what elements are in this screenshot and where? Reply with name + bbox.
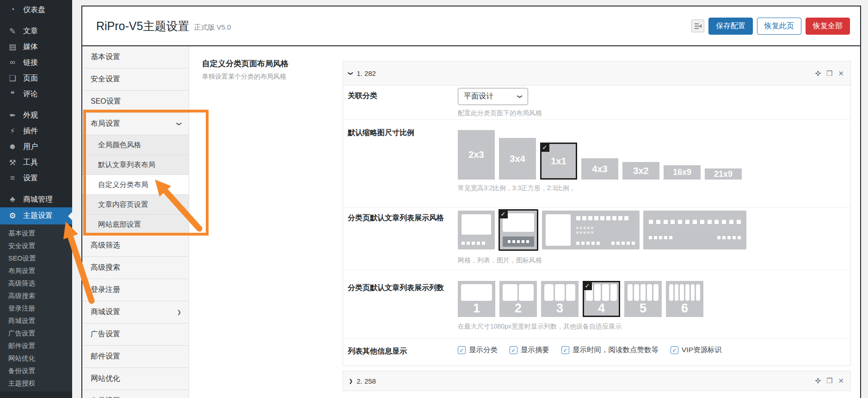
column-count-option-1[interactable]: 1 (458, 281, 495, 317)
thumb-ratio-option-2x3[interactable]: 2x3 (458, 130, 495, 180)
column-preview-rects (669, 284, 700, 301)
thumb-ratio-option-16x9[interactable]: 16x9 (664, 165, 701, 180)
sidebar-subitem-网站优化[interactable]: 网站优化 (0, 352, 72, 365)
ratio-label: 3x4 (510, 154, 525, 164)
sidebar-item-媒体[interactable]: ▤媒体 (0, 39, 72, 55)
sidebar-subitem-SEO设置[interactable]: SEO设置 (0, 252, 72, 265)
tab-高级搜索[interactable]: 高级搜索 (82, 257, 189, 279)
column-count-option-6[interactable]: 6 (666, 281, 703, 317)
close-icon[interactable]: ✕ (838, 377, 844, 385)
sidebar-item-主题设置[interactable]: ⚙主题设置 (0, 207, 72, 224)
tab-登录注册[interactable]: 登录注册 (82, 279, 189, 301)
sidebar-item-label: 用户 (23, 142, 38, 152)
field-help: 配置此分类页面下的布局风格 (458, 109, 844, 118)
duplicate-icon[interactable]: ❐ (826, 69, 832, 78)
sidebar-item-label: 仪表盘 (23, 5, 45, 15)
thumb-ratio-option-4x3[interactable]: 4x3 (581, 158, 618, 180)
tab-subitem-自定义分类布局[interactable]: 自定义分类布局 (82, 175, 189, 195)
sidebar-subitem-邮件设置[interactable]: 邮件设置 (0, 340, 72, 352)
menu-separator (0, 186, 72, 192)
sidebar-subitem-高级搜索[interactable]: 高级搜索 (0, 290, 72, 302)
sidebar-subitem-登录注册[interactable]: 登录注册 (0, 302, 72, 315)
sidebar-subitem-商城设置[interactable]: 商城设置 (0, 315, 72, 327)
related-category-select[interactable]: 平面设计 ❯ (458, 88, 528, 105)
field-label: 关联分类 (348, 86, 458, 119)
move-icon[interactable]: ✜ (815, 69, 821, 78)
tab-subitem-默认文章列表布局[interactable]: 默认文章列表布局 (82, 155, 189, 175)
sidebar-item-评论[interactable]: ❝评论 (0, 86, 72, 102)
sidebar-item-用户[interactable]: ☻用户 (0, 139, 72, 155)
sidebar-subitem-基本设置[interactable]: 基本设置 (0, 227, 72, 240)
sidebar-item-文章[interactable]: ✎文章 (0, 23, 72, 39)
sidebar-subitem-主题授权[interactable]: 主题授权 (0, 377, 72, 390)
thumb-ratio-option-3x2[interactable]: 3x2 (622, 162, 659, 180)
sidebar-item-链接[interactable]: ∞链接 (0, 55, 72, 70)
settings-icon: ≡ (6, 174, 18, 183)
panel-1-toggle[interactable]: ❯ 1. 282 (349, 69, 376, 77)
checkbox-显示摘要[interactable]: ✓显示摘要 (510, 345, 549, 355)
tab-subitem-全局颜色风格[interactable]: 全局颜色风格 (82, 135, 189, 155)
tab-广告设置[interactable]: 广告设置 (82, 323, 189, 346)
move-icon[interactable]: ✜ (815, 377, 821, 385)
tab-安全设置[interactable]: 安全设置 (82, 68, 189, 91)
theme-settings-card: RiPro-V5主题设置 正式版 V5.0 保存配置 恢复此页 恢复全部 基本设… (81, 6, 861, 398)
tab-网站优化[interactable]: 网站优化 (82, 368, 189, 390)
list-style-option-grid[interactable] (458, 211, 495, 249)
thumb-ratio-option-21x9[interactable]: 21x9 (705, 168, 742, 180)
media-icon: ▤ (6, 42, 18, 52)
collapse-sections-icon[interactable] (691, 19, 704, 32)
thumb-ratio-option-1x1[interactable]: ✓1x1 (540, 143, 577, 180)
sidebar-subitem-安全设置[interactable]: 安全设置 (0, 240, 72, 252)
sidebar-item-商城管理[interactable]: ♣商城管理 (0, 192, 72, 207)
chevron-down-icon: ❯ (517, 94, 523, 99)
close-icon[interactable]: ✕ (838, 69, 844, 78)
tab-商城设置[interactable]: 商城设置❯ (82, 301, 189, 323)
sidebar-item-页面[interactable]: ❏页面 (0, 70, 72, 86)
tab-备份设置[interactable]: 备份设置 (82, 390, 189, 398)
duplicate-icon[interactable]: ❐ (826, 377, 832, 385)
sidebar-item-label: 链接 (23, 58, 38, 68)
column-count-number: 3 (544, 301, 575, 316)
list-style-option-list[interactable] (542, 211, 640, 249)
tab-label: 邮件设置 (91, 352, 120, 361)
column-count-option-5[interactable]: 5 (624, 281, 662, 317)
sidebar-item-外观[interactable]: ✒外观 (0, 107, 72, 123)
tab-基本设置[interactable]: 基本设置 (82, 46, 189, 68)
restore-all-button[interactable]: 恢复全部 (806, 18, 850, 35)
tab-subitem-文章内容页设置[interactable]: 文章内容页设置 (82, 195, 189, 215)
checkbox-显示分类[interactable]: ✓显示分类 (458, 345, 498, 355)
column-count-option-4[interactable]: ✓4 (583, 281, 620, 317)
checkbox-check-icon: ✓ (561, 346, 569, 354)
column-count-option-3[interactable]: 3 (541, 281, 579, 317)
tab-邮件设置[interactable]: 邮件设置 (82, 346, 189, 368)
sidebar-item-工具[interactable]: ⚒工具 (0, 155, 72, 170)
thumb-ratio-option-3x4[interactable]: 3x4 (499, 138, 536, 180)
field-help: 在最大尺寸1080px宽度时显示列数，其他设备自适应展示 (458, 323, 844, 331)
tab-label: 登录注册 (91, 285, 120, 295)
section-info: 自定义分类页面布局风格 单独设置某个分类的布局风格 (202, 58, 343, 398)
sidebar-subitem-布局设置[interactable]: 布局设置 (0, 265, 72, 277)
list-style-option-grid-footer[interactable]: ✓ (499, 209, 538, 251)
thumb-ratio-options: 2x33x4✓1x14x33x216x921x9 (458, 130, 844, 180)
pages-icon: ❏ (6, 74, 18, 83)
checkbox-VIP资源标识[interactable]: ✓VIP资源标识 (671, 345, 722, 355)
save-button[interactable]: 保存配置 (708, 18, 753, 35)
panel-2-toggle[interactable]: ❯ 2. 258 (349, 377, 376, 385)
tab-布局设置[interactable]: 布局设置❯ (82, 113, 189, 135)
sidebar-item-仪表盘[interactable]: ◔仪表盘 (0, 2, 72, 18)
list-style-option-banner[interactable] (643, 211, 746, 249)
panel-1-header: ❯ 1. 282 ✜❐✕ (343, 62, 850, 86)
tab-subitem-网站底部设置[interactable]: 网站底部设置 (82, 215, 189, 235)
checkbox-显示时间，阅读数点赞数等[interactable]: ✓显示时间，阅读数点赞数等 (561, 345, 659, 355)
header-actions: 保存配置 恢复此页 恢复全部 (691, 18, 850, 35)
sidebar-subitem-备份设置[interactable]: 备份设置 (0, 365, 72, 377)
sidebar-subitem-高级筛选[interactable]: 高级筛选 (0, 277, 72, 290)
sidebar-item-设置[interactable]: ≡设置 (0, 170, 72, 186)
sidebar-item-插件[interactable]: ⚡插件 (0, 123, 72, 139)
tab-高级筛选[interactable]: 高级筛选 (82, 235, 189, 257)
restore-page-button[interactable]: 恢复此页 (757, 18, 801, 35)
tab-SEO设置[interactable]: SEO设置 (82, 91, 189, 113)
info-display-checkboxes: ✓显示分类✓显示摘要✓显示时间，阅读数点赞数等✓VIP资源标识 (458, 339, 844, 355)
column-count-option-2[interactable]: 2 (499, 281, 537, 317)
sidebar-subitem-广告设置[interactable]: 广告设置 (0, 327, 72, 340)
